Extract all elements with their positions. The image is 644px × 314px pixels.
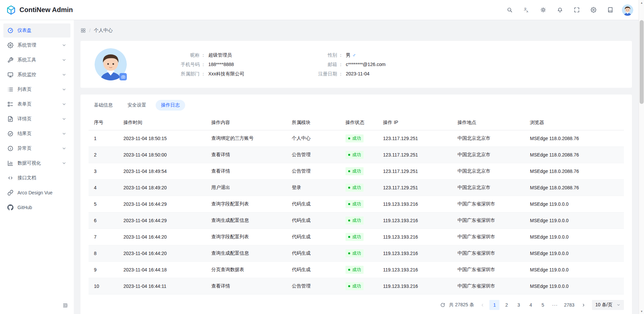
chevron-down-icon bbox=[62, 161, 66, 166]
dashboard-icon bbox=[7, 27, 13, 34]
notifications-button[interactable] bbox=[554, 4, 566, 16]
bell-icon bbox=[557, 7, 563, 13]
cell-time: 2023-11-04 16:44:11 bbox=[118, 278, 206, 295]
page-size-select[interactable]: 10 条/页 bbox=[592, 300, 624, 310]
tab-security-settings[interactable]: 安全设置 bbox=[122, 100, 152, 111]
status-badge: 成功 bbox=[345, 167, 364, 175]
cell-browser: MSEdge 119.0.0.0 bbox=[525, 196, 624, 212]
cell-browser: MSEdge 119.0.0.0 bbox=[525, 278, 624, 295]
sidebar-item-system-monitor[interactable]: 系统监控 bbox=[3, 68, 70, 82]
cell-browser: MSEdge 119.0.0.0 bbox=[525, 229, 624, 245]
cell-ip: 123.117.129.251 bbox=[378, 130, 452, 147]
language-button[interactable]: 文A bbox=[521, 4, 532, 16]
theme-button[interactable] bbox=[537, 4, 549, 16]
status-badge: 成功 bbox=[345, 233, 364, 241]
app-logo[interactable]: ContiNew Admin bbox=[6, 5, 73, 15]
field-value: 2023-11-04 bbox=[346, 70, 370, 78]
apps-grid-icon[interactable] bbox=[80, 28, 86, 33]
cell-location: 中国北京北京市 bbox=[452, 130, 525, 147]
chevron-down-icon bbox=[62, 146, 66, 151]
book-icon bbox=[607, 7, 613, 13]
cell-browser: MSEdge 118.0.2088.76 bbox=[525, 180, 624, 196]
page-2783[interactable]: 2783 bbox=[562, 300, 576, 310]
cell-content: 查询生成配置信息 bbox=[206, 245, 286, 262]
cell-time: 2023-11-04 16:44:20 bbox=[118, 229, 206, 245]
chevron-down-icon bbox=[62, 72, 66, 77]
page-5[interactable]: 5 bbox=[538, 300, 548, 310]
cell-ip: 123.117.129.251 bbox=[378, 147, 452, 163]
profile-field: 注册日期 ：2023-11-04 bbox=[294, 70, 386, 78]
refresh-button[interactable] bbox=[438, 300, 448, 310]
cell-time: 2023-11-04 18:50:00 bbox=[118, 147, 206, 163]
status-badge: 成功 bbox=[345, 216, 364, 225]
docs-button[interactable] bbox=[604, 4, 616, 16]
page-3[interactable]: 3 bbox=[514, 300, 524, 310]
search-button[interactable] bbox=[504, 4, 515, 16]
refresh-icon bbox=[440, 303, 445, 307]
pagination-total: 共 27825 条 bbox=[449, 302, 474, 308]
page-2[interactable]: 2 bbox=[501, 300, 512, 310]
cell-content: 分页查询数据表 bbox=[206, 262, 286, 278]
sidebar-item-system-management[interactable]: 系统管理 bbox=[3, 38, 70, 52]
status-dot-icon bbox=[348, 170, 350, 172]
cell-browser: MSEdge 119.0.0.0 bbox=[525, 212, 624, 229]
status-badge: 成功 bbox=[345, 151, 364, 159]
tab-operation-log[interactable]: 操作日志 bbox=[156, 100, 185, 111]
male-icon: ♂ bbox=[352, 53, 356, 58]
status-dot-icon bbox=[348, 252, 350, 254]
sidebar-item-github[interactable]: GitHub bbox=[3, 200, 70, 214]
sidebar-item-system-tools[interactable]: 系统工具 bbox=[3, 53, 70, 67]
scrollbar[interactable]: ▲ ▼ bbox=[639, 0, 644, 314]
status-badge: 成功 bbox=[345, 249, 364, 257]
scrollbar-thumb[interactable] bbox=[640, 20, 644, 104]
sidebar-item-result-pages[interactable]: 结果页 bbox=[3, 127, 70, 141]
cell-status: 成功 bbox=[340, 212, 378, 229]
table-row: 32023-11-04 18:49:54查看详情公告管理成功123.117.12… bbox=[89, 163, 624, 180]
cell-index: 4 bbox=[89, 180, 118, 196]
profile-field: 所属部门 ：Xxx科技有限公司 bbox=[157, 70, 294, 78]
user-avatar[interactable] bbox=[622, 4, 633, 16]
change-avatar-button[interactable] bbox=[119, 73, 127, 80]
chevron-down-icon bbox=[62, 58, 66, 62]
page-1[interactable]: 1 bbox=[489, 300, 499, 310]
sidebar-item-detail-pages[interactable]: 详情页 bbox=[3, 112, 70, 126]
cell-status: 成功 bbox=[340, 245, 378, 262]
chart-icon bbox=[7, 160, 13, 166]
chevron-down-icon bbox=[62, 102, 66, 107]
sidebar-item-dashboard[interactable]: 仪表盘 bbox=[3, 23, 70, 38]
cell-content: 用户退出 bbox=[206, 180, 286, 196]
field-label: 所属部门 ： bbox=[157, 70, 206, 78]
cell-status: 成功 bbox=[340, 163, 378, 180]
next-page-button[interactable] bbox=[579, 300, 589, 310]
camera-icon bbox=[121, 75, 125, 79]
cell-module: 公告管理 bbox=[286, 147, 340, 163]
cell-ip: 123.117.129.251 bbox=[378, 180, 452, 196]
column-header-5: 操作状态 bbox=[340, 115, 378, 130]
sidebar-item-arco-design-vue[interactable]: Arco Design Vue bbox=[3, 186, 70, 200]
tab-basic-info[interactable]: 基础信息 bbox=[89, 100, 118, 111]
cell-browser: MSEdge 118.0.2088.76 bbox=[525, 130, 624, 147]
cell-browser: MSEdge 118.0.2088.76 bbox=[525, 147, 624, 163]
settings-button[interactable] bbox=[588, 4, 599, 16]
sidebar-item-form-pages[interactable]: 表单页 bbox=[3, 97, 70, 111]
fullscreen-button[interactable] bbox=[571, 4, 582, 16]
table-row: 62023-11-04 16:44:29查询生成配置信息代码生成成功119.12… bbox=[89, 212, 624, 229]
cell-index: 9 bbox=[89, 262, 118, 278]
pages-ellipsis[interactable]: ··· bbox=[550, 300, 560, 310]
sidebar-item-list-pages[interactable]: 列表页 bbox=[3, 82, 70, 97]
scrollbar-up-arrow[interactable]: ▲ bbox=[639, 0, 644, 5]
cell-location: 中国广东省深圳市 bbox=[452, 196, 525, 212]
cell-content: 查询字段配置列表 bbox=[206, 196, 286, 212]
sidebar-item-exception-pages[interactable]: 异常页 bbox=[3, 141, 70, 155]
cell-ip: 123.117.129.251 bbox=[378, 163, 452, 180]
scrollbar-down-arrow[interactable]: ▼ bbox=[639, 309, 644, 314]
sidebar-item-api-docs[interactable]: 接口文档 bbox=[3, 171, 70, 185]
status-dot-icon bbox=[348, 137, 350, 139]
collapse-sidebar-button[interactable] bbox=[60, 301, 70, 310]
cell-content: 查询生成配置信息 bbox=[206, 212, 286, 229]
profile-field: 手机号码 ：188****8888 bbox=[157, 61, 294, 68]
sidebar-item-data-visualization[interactable]: 数据可视化 bbox=[3, 156, 70, 170]
profile-field: 性别 ：男♂ bbox=[294, 51, 386, 59]
cell-time: 2023-11-04 16:44:20 bbox=[118, 245, 206, 262]
page-4[interactable]: 4 bbox=[526, 300, 536, 310]
